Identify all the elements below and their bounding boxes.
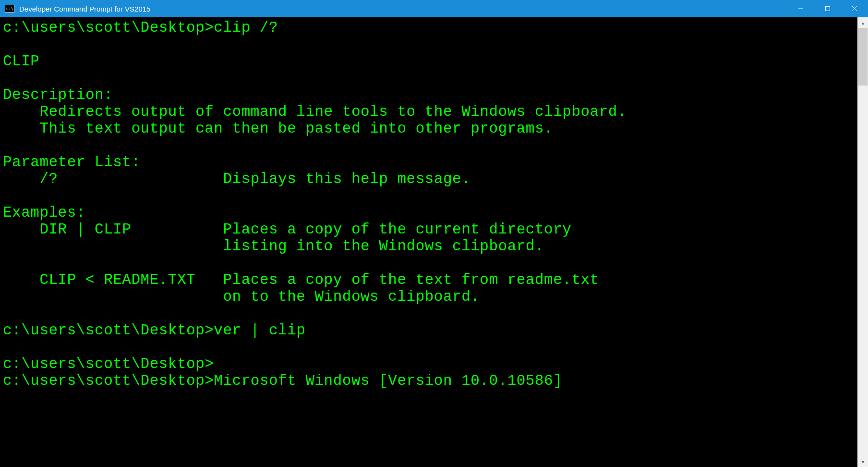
minimize-icon xyxy=(798,6,804,12)
close-icon xyxy=(852,6,857,12)
minimize-button[interactable] xyxy=(787,0,814,17)
scrollbar-down-arrow[interactable]: ▾ xyxy=(857,456,868,467)
maximize-icon xyxy=(825,6,831,12)
close-button[interactable] xyxy=(841,0,868,17)
svg-rect-1 xyxy=(826,7,830,11)
terminal-output[interactable]: c:\users\scott\Desktop>clip /? CLIP Desc… xyxy=(0,17,857,467)
titlebar-left: C:\ Developer Command Prompt for VS2015 xyxy=(0,5,150,13)
scrollbar-thumb[interactable] xyxy=(858,28,868,86)
cmd-icon: C:\ xyxy=(5,5,14,12)
window-titlebar: C:\ Developer Command Prompt for VS2015 xyxy=(0,0,868,17)
scrollbar-up-arrow[interactable]: ▴ xyxy=(857,17,868,28)
vertical-scrollbar[interactable]: ▴ ▾ xyxy=(857,17,868,467)
window-title: Developer Command Prompt for VS2015 xyxy=(19,5,150,13)
terminal-container: c:\users\scott\Desktop>clip /? CLIP Desc… xyxy=(0,17,868,467)
maximize-button[interactable] xyxy=(814,0,841,17)
window-controls xyxy=(787,0,868,17)
